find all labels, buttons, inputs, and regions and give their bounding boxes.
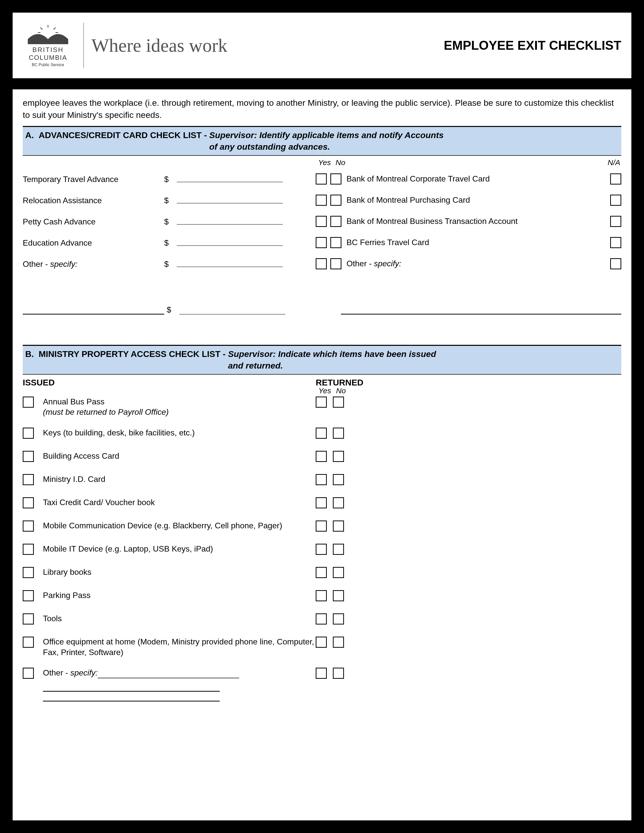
amount-blank[interactable]: [177, 182, 283, 182]
returned-yes-checkbox[interactable]: [316, 521, 327, 532]
card-row: Bank of Montreal Purchasing Card: [316, 190, 621, 211]
content: employee leaves the workplace (i.e. thro…: [13, 89, 631, 701]
returned-no-checkbox[interactable]: [333, 613, 344, 624]
advance-label: Relocation Assistance: [23, 196, 164, 205]
property-label: Keys (to building, desk, bike facilities…: [36, 428, 316, 441]
na-checkbox[interactable]: [610, 237, 621, 248]
returned-no-checkbox[interactable]: [333, 544, 344, 555]
amount-blank[interactable]: [177, 245, 283, 246]
issued-checkbox[interactable]: [23, 567, 34, 578]
section-b-instr1: Supervisor: Indicate which items have be…: [228, 349, 436, 359]
amount-blank[interactable]: [179, 314, 285, 315]
no-checkbox[interactable]: [330, 174, 341, 185]
issued-checkbox[interactable]: [23, 637, 34, 648]
property-row: Tools: [23, 613, 621, 627]
issued-checkbox[interactable]: [23, 397, 34, 408]
issued-checkbox[interactable]: [23, 613, 34, 624]
card-row: BC Ferries Travel Card: [316, 232, 621, 253]
card-label: Other - specify:: [346, 259, 610, 269]
returned-yes-checkbox[interactable]: [316, 613, 327, 624]
property-row: Other - specify:: [23, 668, 621, 681]
property-label: Mobile Communication Device (e.g. Blackb…: [36, 521, 316, 534]
returned-no-checkbox[interactable]: [333, 474, 344, 485]
returned-yes-checkbox[interactable]: [316, 590, 327, 601]
section-b-yn-header: Yes No: [316, 386, 621, 395]
yes-checkbox[interactable]: [316, 216, 327, 227]
other-specify-blank[interactable]: [98, 678, 239, 678]
yes-checkbox[interactable]: [316, 237, 327, 248]
yes-checkbox[interactable]: [316, 174, 327, 185]
section-b-letter: B.: [25, 349, 34, 359]
property-label: Tools: [36, 613, 316, 627]
issued-checkbox[interactable]: [23, 590, 34, 601]
na-checkbox[interactable]: [610, 174, 621, 185]
issued-checkbox[interactable]: [23, 668, 34, 679]
returned-no-checkbox[interactable]: [333, 668, 344, 679]
no-checkbox[interactable]: [330, 216, 341, 227]
returned-yes-checkbox[interactable]: [316, 397, 327, 408]
returned-no-checkbox[interactable]: [333, 521, 344, 532]
property-row: Ministry I.D. Card: [23, 474, 621, 487]
returned-no-checkbox[interactable]: [333, 590, 344, 601]
card-row: Bank of Montreal Corporate Travel Card: [316, 168, 621, 190]
no-checkbox[interactable]: [330, 258, 341, 269]
amount-blank[interactable]: [177, 267, 283, 267]
no-checkbox[interactable]: [330, 237, 341, 248]
returned-no-checkbox[interactable]: [333, 451, 344, 462]
returned-no-checkbox[interactable]: [333, 497, 344, 508]
signature-blank-1[interactable]: [23, 314, 164, 315]
issued-checkbox[interactable]: [23, 474, 34, 485]
property-row: Keys (to building, desk, bike facilities…: [23, 428, 621, 441]
bc-logo: BRITISH COLUMBIA BC Public Service: [18, 24, 78, 67]
issued-checkbox[interactable]: [23, 544, 34, 555]
amount-blank[interactable]: [177, 224, 283, 225]
dollar-sign: $: [164, 175, 177, 184]
na-checkbox[interactable]: [610, 195, 621, 206]
returned-no-checkbox[interactable]: [333, 637, 344, 648]
returned-no-checkbox[interactable]: [333, 397, 344, 408]
extra-blank-2[interactable]: [43, 701, 220, 701]
dollar-sign: $: [164, 259, 177, 269]
yes-checkbox[interactable]: [316, 258, 327, 269]
card-label: Bank of Montreal Corporate Travel Card: [346, 174, 610, 183]
amount-blank[interactable]: [177, 203, 283, 203]
yes-checkbox[interactable]: [316, 195, 327, 206]
issued-header: ISSUED: [23, 378, 316, 388]
issued-checkbox[interactable]: [23, 428, 34, 439]
section-a-body: Temporary Travel Advance$Relocation Assi…: [23, 158, 621, 275]
returned-yes-checkbox[interactable]: [316, 474, 327, 485]
returned-yes-checkbox[interactable]: [316, 637, 327, 648]
returned-yes-checkbox[interactable]: [316, 668, 327, 679]
returned-yes-checkbox[interactable]: [316, 567, 327, 578]
logo-line2: COLUMBIA: [18, 54, 78, 61]
returned-yes-checkbox[interactable]: [316, 544, 327, 555]
card-row: Other - specify:: [316, 253, 621, 274]
section-a-title: ADVANCES/CREDIT CARD CHECK LIST -: [39, 130, 207, 140]
na-checkbox[interactable]: [610, 258, 621, 269]
issued-checkbox[interactable]: [23, 521, 34, 532]
section-b-title: MINISTRY PROPERTY ACCESS CHECK LIST -: [39, 349, 226, 359]
section-a-instr2: of any outstanding advances.: [209, 142, 330, 151]
issued-checkbox[interactable]: [23, 451, 34, 462]
extra-blank-1[interactable]: [43, 691, 220, 691]
divider: [83, 23, 84, 68]
section-b-header: B. MINISTRY PROPERTY ACCESS CHECK LIST -…: [23, 345, 621, 375]
yes-label: Yes: [316, 158, 333, 167]
returned-yes-checkbox[interactable]: [316, 451, 327, 462]
returned-no-checkbox[interactable]: [333, 428, 344, 439]
returned-no-checkbox[interactable]: [333, 567, 344, 578]
card-label: Bank of Montreal Purchasing Card: [346, 195, 610, 205]
advance-label: Temporary Travel Advance: [23, 175, 164, 184]
issued-checkbox[interactable]: [23, 497, 34, 508]
returned-yes-checkbox[interactable]: [316, 428, 327, 439]
returned-yes-checkbox[interactable]: [316, 497, 327, 508]
dollar-sign: $: [164, 196, 177, 205]
property-row: Annual Bus Pass(must be returned to Payr…: [23, 397, 621, 418]
na-checkbox[interactable]: [610, 216, 621, 227]
no-checkbox[interactable]: [330, 195, 341, 206]
svg-line-2: [40, 27, 42, 29]
signature-blank-2[interactable]: [341, 314, 621, 315]
property-row: Building Access Card: [23, 451, 621, 464]
advance-row: Temporary Travel Advance$: [23, 169, 316, 190]
logo-line1: BRITISH: [18, 46, 78, 54]
